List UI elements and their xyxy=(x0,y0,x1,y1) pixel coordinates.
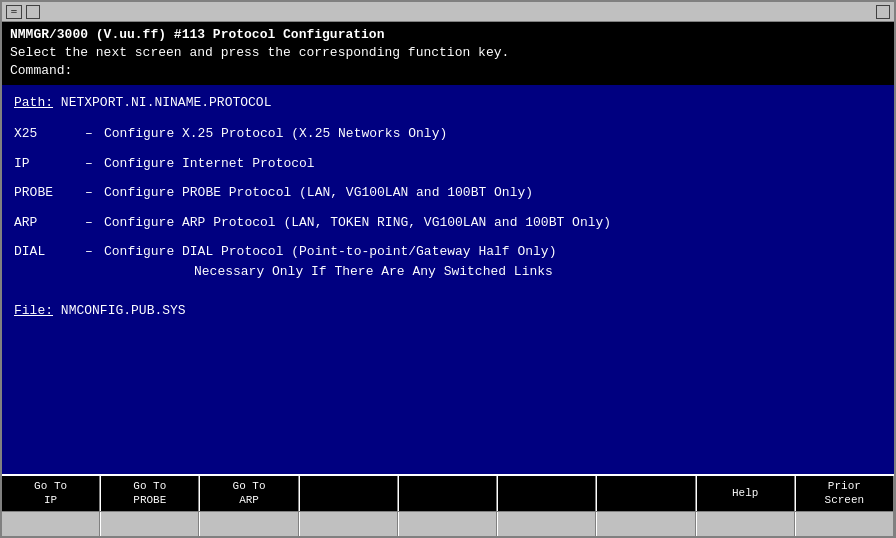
menu-dash-probe: – xyxy=(74,183,104,203)
title-bar: ═ xyxy=(2,2,894,22)
title-bar-left: ═ xyxy=(6,5,40,19)
fkey-s8 xyxy=(696,512,795,536)
menu-key-dial: DIAL xyxy=(14,242,74,262)
fkey-f4 xyxy=(299,476,398,511)
fkey-s6 xyxy=(497,512,596,536)
menu-desc-arp: Configure ARP Protocol (LAN, TOKEN RING,… xyxy=(104,213,882,233)
menu-dash-x25: – xyxy=(74,124,104,144)
fkey-help[interactable]: Help xyxy=(696,476,795,511)
path-label: Path: xyxy=(14,95,53,110)
minimize-button[interactable] xyxy=(26,5,40,19)
header-line1: NMMGR/3000 (V.uu.ff) #113 Protocol Confi… xyxy=(10,26,886,44)
menu-dash-arp: – xyxy=(74,213,104,233)
fkey-s1 xyxy=(2,512,100,536)
file-value: NMCONFIG.PUB.SYS xyxy=(61,303,186,318)
menu-item-ip: IP – Configure Internet Protocol xyxy=(14,154,882,174)
fkey-s2 xyxy=(100,512,199,536)
menu-desc-ip: Configure Internet Protocol xyxy=(104,154,882,174)
terminal-area: NMMGR/3000 (V.uu.ff) #113 Protocol Confi… xyxy=(2,22,894,474)
menu-desc-dial-line1: Configure DIAL Protocol (Point-to-point/… xyxy=(104,242,556,262)
fkey-f6 xyxy=(497,476,596,511)
menu-item-dial: DIAL – Configure DIAL Protocol (Point-to… xyxy=(14,242,882,281)
main-content: Path: NETXPORT.NI.NINAME.PROTOCOL X25 – … xyxy=(2,85,894,474)
fkey-goto-arp[interactable]: Go ToARP xyxy=(199,476,298,511)
fkey-s7 xyxy=(596,512,695,536)
title-bar-right xyxy=(876,5,890,19)
fkey-s5 xyxy=(398,512,497,536)
header-line3: Command: xyxy=(10,62,886,80)
menu-key-arp: ARP xyxy=(14,213,74,233)
window-frame: ═ NMMGR/3000 (V.uu.ff) #113 Protocol Con… xyxy=(0,0,896,538)
function-key-area: Go ToIP Go ToPROBE Go ToARP Help PriorSc… xyxy=(2,474,894,536)
menu-desc-dial: Configure DIAL Protocol (Point-to-point/… xyxy=(104,242,556,281)
menu-key-x25: X25 xyxy=(14,124,74,144)
fkey-s3 xyxy=(199,512,298,536)
fkey-row-1: Go ToIP Go ToPROBE Go ToARP Help PriorSc… xyxy=(2,476,894,512)
file-label: File: xyxy=(14,303,53,318)
menu-desc-probe: Configure PROBE Protocol (LAN, VG100LAN … xyxy=(104,183,882,203)
menu-key-ip: IP xyxy=(14,154,74,174)
menu-item-probe: PROBE – Configure PROBE Protocol (LAN, V… xyxy=(14,183,882,203)
fkey-goto-ip[interactable]: Go ToIP xyxy=(2,476,100,511)
maximize-button[interactable] xyxy=(876,5,890,19)
menu-item-arp: ARP – Configure ARP Protocol (LAN, TOKEN… xyxy=(14,213,882,233)
fkey-s9 xyxy=(795,512,894,536)
fkey-goto-probe[interactable]: Go ToPROBE xyxy=(100,476,199,511)
header-line2: Select the next screen and press the cor… xyxy=(10,44,886,62)
path-line: Path: NETXPORT.NI.NINAME.PROTOCOL xyxy=(14,93,882,113)
fkey-f5 xyxy=(398,476,497,511)
header-bar: NMMGR/3000 (V.uu.ff) #113 Protocol Confi… xyxy=(2,22,894,85)
system-menu-icon[interactable]: ═ xyxy=(6,5,22,19)
fkey-f7 xyxy=(596,476,695,511)
menu-key-probe: PROBE xyxy=(14,183,74,203)
fkey-row-2 xyxy=(2,512,894,536)
fkey-prior-screen[interactable]: PriorScreen xyxy=(795,476,894,511)
file-line: File: NMCONFIG.PUB.SYS xyxy=(14,301,882,321)
menu-desc-dial-line2: Necessary Only If There Are Any Switched… xyxy=(194,262,556,282)
fkey-s4 xyxy=(299,512,398,536)
path-value: NETXPORT.NI.NINAME.PROTOCOL xyxy=(61,95,272,110)
menu-dash-ip: – xyxy=(74,154,104,174)
menu-item-x25: X25 – Configure X.25 Protocol (X.25 Netw… xyxy=(14,124,882,144)
menu-dash-dial: – xyxy=(74,242,104,262)
menu-desc-x25: Configure X.25 Protocol (X.25 Networks O… xyxy=(104,124,882,144)
